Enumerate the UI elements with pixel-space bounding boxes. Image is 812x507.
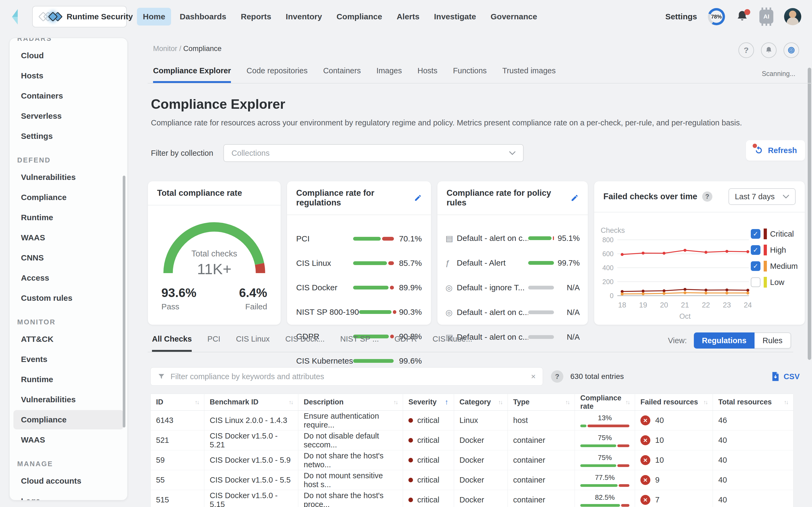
help-button[interactable]: ? <box>739 43 754 58</box>
nav-home[interactable]: Home <box>137 8 171 25</box>
cell-type[interactable]: container <box>508 450 575 470</box>
sidebar-item-hosts[interactable]: Hosts <box>13 66 123 86</box>
legend-item-critical[interactable]: ✓Critical <box>751 229 798 239</box>
tab-compliance-explorer[interactable]: Compliance Explorer <box>153 66 231 83</box>
ai-chip-icon[interactable]: AI <box>759 10 773 23</box>
policy-rule-row[interactable]: ◎Default - ignore T...N/A <box>446 275 580 300</box>
column-header-compliance-rate[interactable]: Compliance rate↑↓ <box>575 394 635 410</box>
view-regulations-button[interactable]: Regulations <box>694 332 755 349</box>
nav-alerts[interactable]: Alerts <box>391 8 425 25</box>
cell-description[interactable]: Ensure authentication require... <box>298 410 403 431</box>
cell-severity[interactable]: critical <box>403 450 454 470</box>
sidebar-item-runtime[interactable]: Runtime <box>13 370 123 389</box>
checks-tab-cis-linux[interactable]: CIS Linux <box>236 335 270 352</box>
sort-icon[interactable]: ↑ <box>445 398 449 406</box>
tab-images[interactable]: Images <box>376 66 402 83</box>
cell-benchmark[interactable]: CIS Docker v1.5.0 - 5.5 <box>205 470 298 490</box>
regulation-row[interactable]: NIST SP 800-19090.3% <box>296 300 422 324</box>
cell-id[interactable]: 55 <box>151 470 205 490</box>
nav-inventory[interactable]: Inventory <box>280 8 328 25</box>
checkbox-unchecked[interactable] <box>751 277 760 287</box>
tab-hosts[interactable]: Hosts <box>417 66 438 83</box>
cell-category[interactable]: Docker <box>454 431 508 450</box>
sidebar-item-settings[interactable]: Settings <box>13 126 123 146</box>
cell-type[interactable]: container <box>508 431 575 450</box>
policy-rule-row[interactable]: ◎Default - alert on c...N/A <box>446 300 580 325</box>
sort-icon[interactable]: ↑↓ <box>498 399 502 405</box>
sort-icon[interactable]: ↑↓ <box>195 399 199 405</box>
sidebar-item-logs[interactable]: Logs <box>13 492 123 501</box>
column-header-benchmark-id[interactable]: Benchmark ID↑↓ <box>205 394 298 410</box>
sidebar-item-compliance[interactable]: Compliance <box>13 188 123 207</box>
checks-tab-pci[interactable]: PCI <box>207 335 220 352</box>
cell-total-resources[interactable]: 40 <box>713 450 794 470</box>
cell-severity[interactable]: critical <box>403 410 454 431</box>
column-header-total-resources[interactable]: Total resources↑↓ <box>713 394 794 410</box>
cell-total-resources[interactable]: 40 <box>713 470 794 490</box>
cell-id[interactable]: 59 <box>151 450 205 470</box>
cell-compliance-rate[interactable]: 77.5% <box>575 470 635 490</box>
sort-icon[interactable]: ↑↓ <box>625 399 629 405</box>
tab-trusted-images[interactable]: Trusted images <box>503 66 556 83</box>
sidebar-item-att-ck[interactable]: ATT&CK <box>13 330 123 349</box>
regulation-row[interactable]: CIS Linux85.7% <box>296 251 422 275</box>
view-rules-button[interactable]: Rules <box>755 332 791 349</box>
column-header-id[interactable]: ID↑↓ <box>151 394 205 410</box>
sidebar-item-serverless[interactable]: Serverless <box>13 106 123 126</box>
sort-icon[interactable]: ↑↓ <box>393 399 397 405</box>
sidebar-item-waas[interactable]: WAAS <box>13 430 123 450</box>
cell-severity[interactable]: critical <box>403 490 454 507</box>
cell-category[interactable]: Docker <box>454 450 508 470</box>
cell-type[interactable]: host <box>508 410 575 431</box>
cell-benchmark[interactable]: CIS Docker v1.5.0 - 5.21 <box>205 431 298 450</box>
breadcrumb-parent[interactable]: Monitor <box>153 45 177 53</box>
policy-rule-row[interactable]: ▤Default - alert on c...95.1% <box>446 226 580 250</box>
cell-id[interactable]: 6143 <box>151 410 205 431</box>
nav-reports[interactable]: Reports <box>235 8 277 25</box>
tab-functions[interactable]: Functions <box>453 66 487 83</box>
cell-failed-resources[interactable]: ✕10 <box>635 450 713 470</box>
tab-containers[interactable]: Containers <box>323 66 361 83</box>
cell-description[interactable]: Do not disable default seccom... <box>298 431 403 450</box>
sidebar-item-cloud[interactable]: Cloud <box>13 46 123 65</box>
legend-item-low[interactable]: Low <box>751 277 798 288</box>
sidebar-item-containers[interactable]: Containers <box>13 86 123 106</box>
column-header-type[interactable]: Type↑↓ <box>508 394 575 410</box>
sidebar-scrollbar[interactable] <box>123 176 125 428</box>
cell-failed-resources[interactable]: ✕10 <box>635 431 713 450</box>
scanning-status-button[interactable] <box>784 43 799 58</box>
sidebar-item-runtime[interactable]: Runtime <box>13 208 123 227</box>
nav-governance[interactable]: Governance <box>485 8 543 25</box>
checks-tab-all-checks[interactable]: All Checks <box>152 335 192 352</box>
sidebar-item-waas[interactable]: WAAS <box>13 228 123 247</box>
filter-help-icon[interactable]: ? <box>551 370 563 383</box>
legend-item-high[interactable]: ✓High <box>751 245 798 256</box>
progress-ring[interactable]: 78% <box>708 8 725 25</box>
sort-icon[interactable]: ↑↓ <box>703 399 707 405</box>
sidebar-item-compliance[interactable]: Compliance <box>13 410 123 430</box>
policy-rule-row[interactable]: ƒDefault - Alert99.7% <box>446 250 580 275</box>
cell-description[interactable]: Do not mount sensitive host s... <box>298 470 403 490</box>
tab-code-repositories[interactable]: Code repositories <box>246 66 307 83</box>
csv-export-button[interactable]: CSV <box>771 372 800 381</box>
cell-description[interactable]: Do not share the host's netwo... <box>298 450 403 470</box>
checks-tab-nist-sp-[interactable]: NIST SP ... <box>340 335 379 352</box>
help-icon[interactable]: ? <box>702 191 712 202</box>
cell-compliance-rate[interactable]: 82.5% <box>575 490 635 507</box>
sidebar-item-access[interactable]: Access <box>13 268 123 288</box>
sidebar-item-cloud-accounts[interactable]: Cloud accounts <box>13 471 123 491</box>
cell-category[interactable]: Docker <box>454 470 508 490</box>
checkbox-checked[interactable]: ✓ <box>751 261 760 271</box>
notifications-bell-icon[interactable] <box>736 10 749 23</box>
nav-compliance[interactable]: Compliance <box>331 8 388 25</box>
alerts-bell-button[interactable] <box>761 43 776 58</box>
checkbox-checked[interactable]: ✓ <box>751 245 760 255</box>
cell-total-resources[interactable]: 40 <box>713 431 794 450</box>
column-header-category[interactable]: Category↑↓ <box>454 394 508 410</box>
collections-select[interactable]: Collections <box>223 144 524 162</box>
cell-total-resources[interactable]: 46 <box>713 410 794 431</box>
cell-type[interactable]: container <box>508 470 575 490</box>
edit-icon[interactable] <box>414 193 422 202</box>
sidebar-item-events[interactable]: Events <box>13 350 123 369</box>
sidebar-item-vulnerabilities[interactable]: Vulnerabilities <box>13 390 123 409</box>
